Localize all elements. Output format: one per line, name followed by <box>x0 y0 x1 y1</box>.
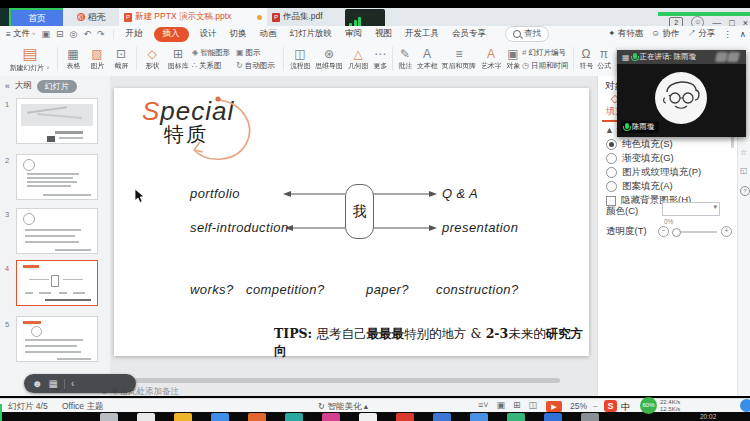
geometry-button[interactable]: △ 几何图 <box>345 43 371 75</box>
smartart-button[interactable]: ◈智能图形 <box>192 48 236 58</box>
tab-outline[interactable]: 大纲 <box>15 80 32 92</box>
zoom-level[interactable]: 25% <box>570 401 587 411</box>
center-me-shape[interactable]: 我 <box>345 184 374 239</box>
preview-icon[interactable]: ◎ <box>70 29 78 39</box>
label-construction[interactable]: construction? <box>436 282 519 297</box>
tab-document-active[interactable]: P 新建 PPTX 演示文稿.pptx <box>119 8 267 26</box>
slide-thumbnail-2[interactable] <box>16 154 98 200</box>
more-button[interactable]: ⋯ 更多 <box>371 43 389 75</box>
tab-member[interactable]: 会员专享 <box>450 27 488 41</box>
tab-start[interactable]: 开始 <box>124 27 145 41</box>
radio-pattern-fill[interactable]: 图案填充(A) <box>606 180 673 193</box>
comment-button[interactable]: ✎ 批注 <box>396 43 414 75</box>
formula-button[interactable]: π 公式 <box>595 43 613 75</box>
reading-view-icon[interactable]: ◫ <box>529 400 538 410</box>
windows-taskbar[interactable]: 20:02 <box>0 412 750 421</box>
color-dropdown[interactable] <box>662 202 720 216</box>
mindmap-button[interactable]: ⊛ 思维导图 <box>313 43 345 75</box>
performance-badge[interactable]: 60% <box>640 397 657 414</box>
taskbar-app-icon[interactable] <box>248 413 266 421</box>
icon-library-button[interactable]: ⊞ 图标库 <box>164 43 192 75</box>
tab-devtools[interactable]: 开发工具 <box>403 27 441 41</box>
taskbar-app-icon[interactable] <box>470 413 488 421</box>
radio-solid-fill[interactable]: 纯色填充(S) <box>606 138 673 151</box>
meeting-video-area[interactable]: 陈雨璇 <box>617 64 746 137</box>
tab-design[interactable]: 设计 <box>198 27 219 41</box>
radio-gradient-fill[interactable]: 渐变填充(G) <box>606 152 674 165</box>
taskbar-app-icon[interactable] <box>507 413 525 421</box>
horizontal-scrollbar[interactable] <box>114 378 589 383</box>
object-button[interactable]: ▣ 对象 <box>504 43 522 75</box>
sogou-ime-icon[interactable]: S <box>604 400 617 412</box>
ime-toolbar[interactable]: ☻ ▦ ‹ <box>24 374 136 393</box>
header-footer-button[interactable]: ≡ 页眉和页脚 <box>440 43 478 75</box>
tab-home[interactable]: 首页 <box>11 8 63 26</box>
slide-page[interactable]: Special 特质 portfolio self-introduction 我 <box>114 88 589 356</box>
taskbar-app-icon[interactable] <box>174 413 192 421</box>
find-button[interactable]: 查找 <box>505 26 549 42</box>
collapse-ribbon-icon[interactable]: ∧ <box>740 29 746 39</box>
tab-slides-active[interactable]: 幻灯片 <box>37 80 77 93</box>
taskbar-app-icon[interactable] <box>211 413 229 421</box>
table-button[interactable]: ▦ 表格 <box>61 43 85 75</box>
taskbar-app-icon[interactable] <box>581 413 599 421</box>
tab-slideshow[interactable]: 幻灯片放映 <box>288 27 335 41</box>
undo-icon[interactable]: ↶ <box>83 29 91 39</box>
tab-view[interactable]: 视图 <box>373 27 394 41</box>
diagram-button[interactable]: ▣图示 <box>236 48 280 58</box>
transparency-minus-button[interactable]: − <box>658 226 669 237</box>
collapse-left-icon[interactable]: ‹ <box>71 374 74 393</box>
new-slide-button[interactable]: ▤ 新建幻灯片 ˅ <box>6 43 54 75</box>
editing-canvas[interactable]: Special 特质 portfolio self-introduction 我 <box>110 76 597 396</box>
file-menu[interactable]: ≡ 文件 ˅ <box>0 28 41 40</box>
radio-picture-fill[interactable]: 图片或纹理填充(P) <box>606 166 701 179</box>
tips-line[interactable]: TIPS: 思考自己最最最特别的地方 & 2-3未来的研究方向 <box>274 326 584 360</box>
layout-icon[interactable]: ◱ <box>740 166 748 175</box>
promo-button[interactable]: ✦ 有特惠 <box>608 28 643 40</box>
share-button[interactable]: ↗ 分享 <box>687 28 715 40</box>
taskbar-app-icon[interactable] <box>137 413 155 421</box>
wordart-button[interactable]: A 艺术字 <box>478 43 504 75</box>
tab-transition[interactable]: 切换 <box>228 27 249 41</box>
date-time-button[interactable]: ◷日期和时间 <box>522 61 570 71</box>
label-presentation[interactable]: presentation <box>442 220 518 235</box>
slide-thumbnail-3[interactable] <box>16 208 98 254</box>
label-paper[interactable]: paper? <box>366 282 409 297</box>
emoji-icon[interactable]: ☻ <box>32 374 43 393</box>
transparency-slider[interactable] <box>673 231 717 233</box>
keyboard-icon[interactable]: ▦ <box>49 374 58 393</box>
collapse-panel-button[interactable]: « <box>5 81 10 91</box>
meeting-overlay-window[interactable]: ▦ 正在讲话: 陈雨璇 陈雨璇 <box>617 50 746 137</box>
meeting-titlebar[interactable]: ▦ 正在讲话: 陈雨璇 <box>617 50 746 64</box>
slide-thumbnail-5[interactable] <box>16 316 98 362</box>
tab-docer[interactable]: 稻 稻壳 <box>63 8 119 26</box>
flowchart-button[interactable]: ◫ 流程图 <box>287 43 313 75</box>
save-icon[interactable]: ▣ <box>41 29 50 39</box>
textbox-button[interactable]: A 文本框 <box>414 43 440 75</box>
zoom-out-icon[interactable]: − <box>593 401 598 411</box>
redo-icon[interactable]: ↷ <box>97 29 105 39</box>
taskbar-app-icon[interactable] <box>544 413 562 421</box>
taskbar-app-icon[interactable] <box>396 413 414 421</box>
slide-thumbnail-4-selected[interactable] <box>16 260 98 306</box>
relation-chart-button[interactable]: ∴关系图 <box>192 61 236 71</box>
label-competition[interactable]: competition? <box>246 282 325 297</box>
more-menu-icon[interactable]: ⋮ <box>723 29 732 39</box>
scrollbar-thumb[interactable] <box>130 378 560 383</box>
label-qa[interactable]: Q & A <box>442 186 478 201</box>
slideshow-play-button[interactable]: ▶ <box>546 401 562 412</box>
transparency-plus-button[interactable]: + <box>721 226 732 237</box>
notes-toggle-icon[interactable]: ≡˅ <box>478 400 489 410</box>
help-icon[interactable]: ? <box>740 186 750 196</box>
sorter-view-icon[interactable]: ⊞ <box>513 400 521 410</box>
shapes-button[interactable]: ◇ 形状 <box>140 43 164 75</box>
print-icon[interactable]: ⊟ <box>56 29 64 39</box>
slide-thumbnail-1[interactable] <box>16 98 98 144</box>
label-self-introduction[interactable]: self-introduction <box>190 220 289 235</box>
ime-language-indicator[interactable]: 中 <box>621 401 630 414</box>
auto-diagram-button[interactable]: ↻自动图示 <box>236 61 280 71</box>
screenshot-button[interactable]: ⊡ 截屏 <box>109 43 133 75</box>
taskbar-app-icon[interactable] <box>322 413 340 421</box>
tab-animation[interactable]: 动画 <box>258 27 279 41</box>
collaborate-button[interactable]: ☺ 协作 <box>651 28 679 40</box>
